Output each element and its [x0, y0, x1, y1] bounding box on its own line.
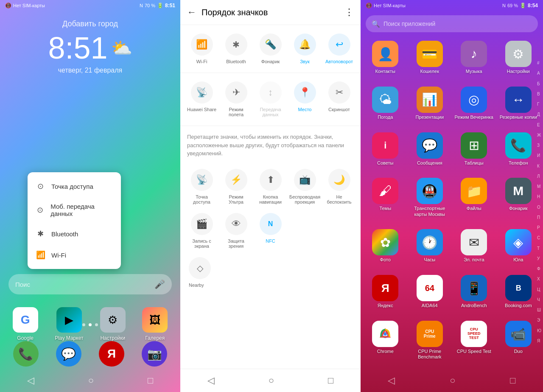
toggle-location[interactable]: 📍 Место	[290, 81, 320, 117]
back-btn-settings[interactable]: ◁	[207, 375, 215, 386]
toggle-wifi[interactable]: 📶 Wi-Fi	[187, 34, 217, 64]
toggle-hotspot[interactable]: 📡 Точка доступа	[187, 169, 217, 204]
home-btn-apps[interactable]: ○	[450, 375, 455, 386]
toggle-bluetooth[interactable]: ✱ Bluetooth	[221, 34, 251, 64]
toggle-dnd[interactable]: 🌙 Не беспокоить	[325, 169, 354, 204]
toggle-screenshot[interactable]: ✂ Скриншот	[325, 81, 354, 117]
duo-label: Duo	[514, 349, 523, 354]
data-transfer-label: Передача данных	[256, 107, 285, 117]
back-btn-lock[interactable]: ◁	[27, 375, 34, 386]
app-presentations[interactable]: 📊 Презентации	[409, 83, 451, 127]
app-contacts[interactable]: 👤 Контакты	[364, 37, 407, 81]
toggle-airplane[interactable]: ✈ Режим полета	[221, 81, 251, 117]
cpu-speed-label: CPU Speed Test	[457, 349, 491, 354]
mic-icon[interactable]: 🎤	[154, 279, 165, 289]
app-flashlight[interactable]: M Фонарик	[497, 174, 540, 224]
app-yandex[interactable]: Я Яндекс	[364, 272, 407, 316]
nfc-toggle-label: NFC	[266, 238, 275, 244]
bluetooth-icon: ✱	[232, 39, 240, 50]
tips-icon: i	[372, 132, 398, 159]
alpha-z: Ж	[537, 133, 541, 137]
toggle-ultra[interactable]: ⚡ Режим Ультра	[221, 169, 251, 204]
transfer-icon: ↕	[268, 87, 273, 98]
recent-btn-settings[interactable]: □	[328, 375, 333, 386]
alpha-k: И	[537, 154, 541, 158]
toggle-data-transfer[interactable]: ↕ Передача данных	[256, 81, 285, 117]
app-settings[interactable]: ⚙ Настройки	[497, 37, 540, 81]
app-duo[interactable]: 📹 Duo	[497, 317, 540, 367]
more-button[interactable]: ⋮	[344, 7, 354, 18]
toggle-wireless[interactable]: 📺 Беспроводная проекция	[290, 169, 320, 204]
app-weather[interactable]: 🌤 Погода	[364, 83, 407, 127]
apps-search-bar[interactable]: 🔍 Поиск приложений	[366, 15, 538, 32]
recent-btn-apps[interactable]: □	[510, 375, 515, 386]
lock-city[interactable]: Добавить город	[0, 20, 180, 28]
camera-bottom-app[interactable]: 📷	[142, 341, 167, 367]
app-cpu-speed[interactable]: CPUSPEEDTEST CPU Speed Test	[453, 317, 495, 367]
toggle-nav-button[interactable]: ⬆ Кнопка навигации	[256, 169, 285, 204]
toggle-sound[interactable]: 🔔 Звук	[290, 34, 320, 64]
app-chrome[interactable]: Chrome	[364, 317, 407, 367]
toggle-nearby[interactable]: ◇ Nearby	[185, 257, 214, 288]
google-icon: G	[13, 307, 38, 333]
dock-settings[interactable]: ⚙ Настройки	[100, 307, 126, 341]
home-btn-lock[interactable]: ○	[88, 375, 94, 386]
settings-title: Порядок значков	[202, 8, 339, 17]
app-yula[interactable]: ◈ Юла	[497, 226, 540, 270]
share-icon: 📡	[196, 87, 207, 98]
lock-bottom-nav: ◁ ○ □	[0, 369, 180, 392]
context-bluetooth[interactable]: ✱ Bluetooth	[28, 223, 121, 244]
yandex-label: Яндекс	[378, 303, 393, 308]
app-tips[interactable]: i Советы	[364, 129, 407, 173]
toggle-eye-comfort[interactable]: 👁 Защита зрения	[221, 213, 251, 249]
toggle-screen-record[interactable]: 🎬 Запись с экрана	[187, 213, 217, 249]
app-booking[interactable]: B Booking.com	[497, 272, 540, 316]
dock-google[interactable]: G Google	[13, 307, 38, 341]
toggle-flashlight[interactable]: 🔦 Фонарик	[256, 34, 285, 64]
app-files[interactable]: 📁 Файлы	[453, 174, 495, 224]
back-button[interactable]: ←	[187, 7, 196, 18]
phone-bottom-app[interactable]: 📞	[13, 341, 39, 367]
toggle-nfc[interactable]: N NFC	[256, 213, 285, 249]
apps-panel: 📵 Нет SIM-карты N 69 % 🔋 8:54 🔍 Поиск пр…	[361, 0, 543, 392]
dock-gallery[interactable]: 🖼 Галерея	[142, 307, 168, 341]
app-music[interactable]: ♪ Музыка	[453, 37, 495, 81]
screen-record-label: Запись с экрана	[187, 238, 217, 249]
contacts-label: Контакты	[375, 69, 395, 74]
app-sheets[interactable]: ⊞ Таблицы	[453, 129, 495, 173]
sound-toggle-icon: 🔔	[294, 34, 316, 56]
back-btn-apps[interactable]: ◁	[388, 375, 395, 386]
app-backup[interactable]: ↔ Резервные копии	[497, 83, 540, 127]
app-transport[interactable]: 🚇 Транспортные карты Москвы	[409, 174, 451, 224]
app-themes[interactable]: 🖌 Темы	[364, 174, 407, 224]
sound-toggle-label: Звук	[300, 59, 310, 64]
recent-btn-lock[interactable]: □	[148, 375, 153, 386]
app-photos[interactable]: ✿ Фото	[364, 226, 407, 270]
app-email[interactable]: ✉ Эл. почта	[453, 226, 495, 270]
presentations-label: Презентации	[415, 115, 444, 120]
context-hotspot[interactable]: ⊙ Точка доступа	[28, 176, 121, 197]
eye-comfort-icon: 👁	[225, 213, 247, 235]
toggle-autorotate[interactable]: ↩ Автоповорот	[325, 34, 354, 64]
yandex-bottom-app[interactable]: Я	[99, 341, 124, 367]
dock-play[interactable]: ▶ Play Маркет	[55, 307, 83, 341]
app-phone[interactable]: 📞 Телефон	[497, 129, 540, 173]
app-aida64[interactable]: 64 AIDA64	[409, 272, 451, 316]
toggle-huawei-share[interactable]: 📡 Huawei Share	[187, 81, 217, 117]
app-messages[interactable]: 💬 Сообщения	[409, 129, 451, 173]
sms-bottom-app[interactable]: 💬	[56, 341, 81, 367]
context-mobile-data[interactable]: ⊙ Моб. передача данных	[28, 197, 121, 223]
app-clock[interactable]: 🕐 Часы	[409, 226, 451, 270]
huawei-share-icon: 📡	[191, 81, 213, 104]
lock-search-bar[interactable]: Поис 🎤	[8, 274, 172, 294]
app-androbench[interactable]: 📱 AndroBench	[453, 272, 495, 316]
aida64-label: AIDA64	[422, 303, 438, 308]
apps-status-left: 📵 Нет SIM-карты	[366, 3, 406, 8]
context-wifi[interactable]: 📶 Wi-Fi	[28, 244, 121, 266]
home-btn-settings[interactable]: ○	[269, 375, 274, 386]
app-cpu-prime[interactable]: CPUPrime CPU Prime Benchmark	[409, 317, 451, 367]
wifi-toggle-label: Wi-Fi	[196, 59, 207, 64]
app-wallet[interactable]: 💳 Кошелек	[409, 37, 451, 81]
app-party-mode[interactable]: ◎ Режим Вечеринка	[453, 83, 495, 127]
photos-icon: ✿	[372, 229, 398, 255]
